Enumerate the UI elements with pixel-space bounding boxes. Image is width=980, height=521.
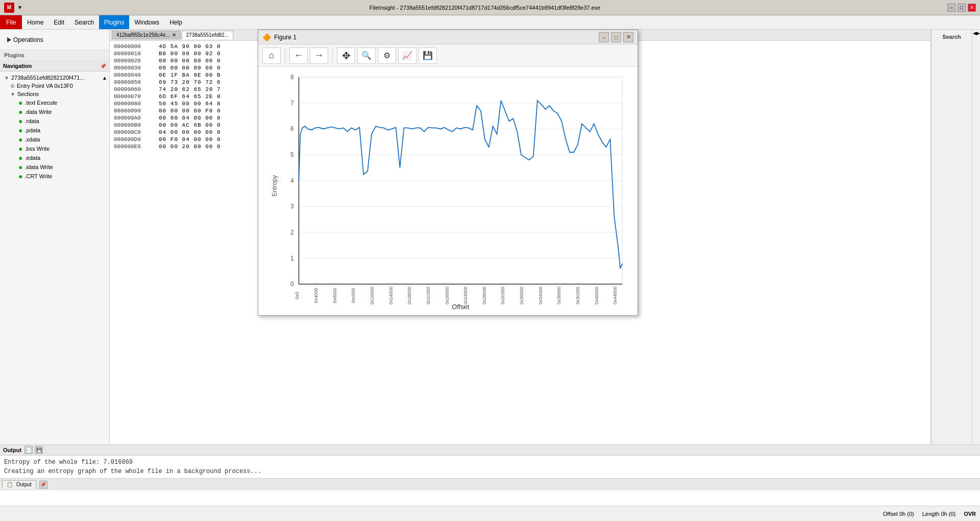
tree-sections-group[interactable]: ▼ Sections — [0, 90, 109, 98]
svg-text:Entropy: Entropy — [271, 175, 278, 197]
tree-section-idata[interactable]: ● .idata Write — [0, 162, 109, 172]
svg-text:8: 8 — [290, 74, 294, 81]
hex-tab-1[interactable]: 412baf955c1e256c4e... ✕ — [112, 31, 181, 39]
figure-title-group: 🔶 Figure 1 — [262, 33, 297, 41]
status-bar: Offset 0h (0) Length 0h (0) OVR — [0, 506, 980, 521]
section-pdata-label: .pdata — [24, 127, 40, 133]
operations-label: Operations — [13, 36, 43, 43]
output-tab[interactable]: 📋 Output — [2, 480, 36, 489]
tree-section-rdata[interactable]: ● .rdata — [0, 116, 109, 126]
hex-tab-2[interactable]: 2738a5551efd82... — [182, 31, 233, 39]
svg-text:0x30000: 0x30000 — [519, 287, 524, 304]
figure-trend-button[interactable]: 📈 — [398, 48, 416, 64]
figure-save-button[interactable]: 💾 — [419, 48, 437, 64]
close-button[interactable]: ✕ — [968, 4, 976, 12]
tree-section-bss[interactable]: ● .bss Write — [0, 144, 109, 153]
svg-text:0x34000: 0x34000 — [538, 287, 543, 304]
tree-section-crt[interactable]: ● .CRT Write — [0, 172, 109, 181]
output-section: Output 📄 💾 Entropy of the whole file: 7.… — [0, 444, 980, 506]
dot-icon: ● — [18, 108, 22, 115]
output-line-2: Creating an entropy graph of the whole f… — [4, 468, 976, 475]
menu-file[interactable]: File — [0, 15, 22, 29]
tree-section-edata[interactable]: ● .edata — [0, 153, 109, 162]
plugins-header: Plugins — [0, 50, 109, 61]
figure-back-button[interactable]: ← — [289, 48, 308, 64]
hex-bytes: 4D 5A 90 00 03 0 — [159, 43, 221, 50]
section-xdata-label: .xdata — [24, 136, 40, 143]
output-icon-2[interactable]: 💾 — [35, 446, 43, 454]
svg-text:0x14000: 0x14000 — [388, 287, 394, 304]
tree-section-xdata[interactable]: ● .xdata — [0, 135, 109, 144]
entropy-chart: 0 1 2 3 4 5 6 7 8 Entropy 0x0 0x4000 0x8… — [268, 72, 632, 310]
window-title: FileInsight - 2738a5551efd8282120f471d87… — [22, 5, 947, 11]
dot-icon: ● — [18, 145, 22, 152]
figure-settings-button[interactable]: ⚙ — [378, 48, 396, 64]
hex-tab-2-label: 2738a5551efd82... — [186, 32, 229, 38]
maximize-button[interactable]: □ — [958, 4, 966, 12]
figure-maximize-button[interactable]: □ — [611, 32, 621, 42]
menu-plugins[interactable]: Plugins — [99, 15, 129, 29]
menu-help[interactable]: Help — [164, 15, 187, 29]
minimize-button[interactable]: – — [947, 4, 955, 12]
figure-win-controls: – □ ✕ — [599, 32, 633, 42]
status-right: Offset 0h (0) Length 0h (0) OVR — [883, 511, 976, 517]
svg-text:0x40000: 0x40000 — [594, 287, 599, 304]
tree-root-label: 2738a5551efd8282120f471... — [11, 75, 85, 81]
app-dropdown-icon[interactable]: ▼ — [17, 5, 22, 10]
pin-icon[interactable]: 📌 — [100, 63, 106, 69]
figure-forward-button[interactable]: → — [310, 48, 328, 64]
dot-icon: ● — [18, 173, 22, 180]
svg-text:0x38000: 0x38000 — [556, 287, 561, 304]
figure-window: 🔶 Figure 1 – □ ✕ ⌂ ← → ✥ 🔍 ⚙ 📈 💾 — [258, 30, 638, 316]
tree-root-item[interactable]: ▼ 2738a5551efd8282120f471... ▲ — [0, 74, 109, 82]
menu-bar: File Home Edit Search Plugins Windows He… — [0, 15, 980, 30]
toolbar-separator-2 — [332, 49, 333, 63]
figure-title-bar: 🔶 Figure 1 – □ ✕ — [258, 30, 638, 44]
tree-section-data[interactable]: ● .data Write — [0, 107, 109, 116]
right-arrow-up[interactable]: ◀▶ — [972, 30, 981, 37]
hex-addr: 00000000 — [114, 43, 155, 50]
svg-text:Offset: Offset — [452, 303, 469, 310]
dot-icon: ● — [18, 127, 22, 134]
figure-move-button[interactable]: ✥ — [337, 48, 355, 64]
hex-tab-1-close[interactable]: ✕ — [172, 32, 176, 38]
svg-text:0x2c000: 0x2c000 — [501, 287, 506, 304]
svg-text:0x18000: 0x18000 — [407, 287, 412, 304]
menu-search[interactable]: Search — [69, 15, 99, 29]
tree-section-pdata[interactable]: ● .pdata — [0, 126, 109, 135]
navigation-section-header: Navigation 📌 — [0, 61, 109, 72]
toolbar-separator-1 — [285, 49, 285, 63]
svg-text:0xc000: 0xc000 — [351, 288, 356, 303]
menu-edit[interactable]: Edit — [48, 15, 69, 29]
nav-scroll-right[interactable]: ▲ — [102, 75, 107, 81]
ops-bar: Operations — [0, 30, 109, 50]
output-icon-1[interactable]: 📄 — [24, 446, 33, 454]
section-idata-label: .idata Write — [24, 164, 53, 170]
svg-text:0x4000: 0x4000 — [313, 288, 318, 303]
output-tab-label: Output — [16, 482, 32, 487]
status-mode: OVR — [964, 511, 976, 517]
status-length: Length 0h (0) — [922, 511, 955, 517]
svg-text:0x24000: 0x24000 — [463, 287, 468, 304]
svg-text:0x3c000: 0x3c000 — [575, 287, 580, 304]
dot-icon: ● — [18, 136, 22, 143]
output-tab-pin[interactable]: 📌 — [39, 481, 47, 489]
sections-label: Sections — [17, 91, 39, 97]
svg-text:0x10000: 0x10000 — [370, 287, 375, 304]
dot-icon: ● — [18, 154, 22, 161]
menu-windows[interactable]: Windows — [129, 15, 164, 29]
hex-tab-1-label: 412baf955c1e256c4e... — [116, 32, 170, 38]
operations-item[interactable]: Operations — [4, 35, 46, 44]
figure-zoom-button[interactable]: 🔍 — [357, 48, 376, 64]
figure-home-button[interactable]: ⌂ — [262, 48, 281, 64]
output-tab-icon: 📋 — [7, 482, 13, 487]
output-header: Output 📄 💾 — [0, 445, 980, 456]
section-text-label: .text Execute — [24, 100, 57, 106]
figure-close-button[interactable]: ✕ — [623, 32, 633, 42]
output-tab-bar: 📋 Output 📌 — [0, 478, 980, 490]
figure-minimize-button[interactable]: – — [599, 32, 609, 42]
output-label: Output — [3, 447, 21, 453]
tree-entry-point[interactable]: ⚙ Entry Point VA 0x13F0 — [0, 82, 109, 90]
tree-section-text[interactable]: ● .text Execute — [0, 98, 109, 107]
menu-home[interactable]: Home — [22, 15, 48, 29]
